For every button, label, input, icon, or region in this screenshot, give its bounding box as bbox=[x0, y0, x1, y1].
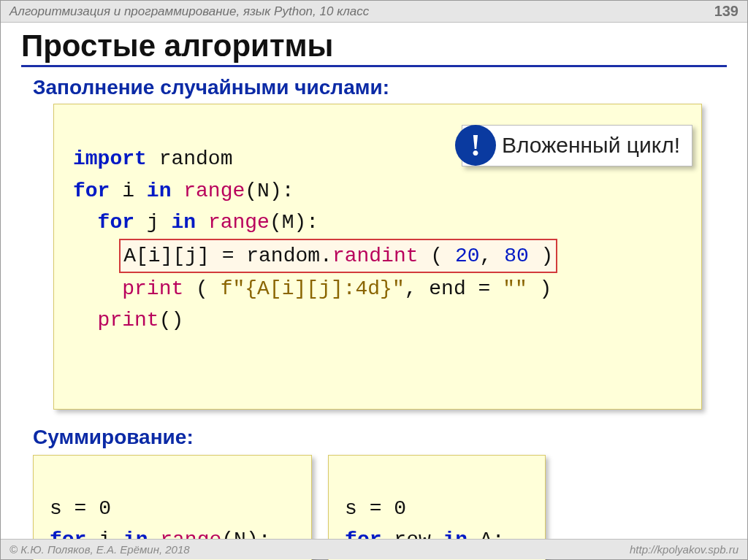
callout-nested-loop: ! Вложенный цикл! bbox=[462, 125, 692, 166]
callout-text: Вложенный цикл! bbox=[502, 129, 680, 163]
code-token: s = 0 bbox=[345, 497, 406, 520]
slide: Алгоритмизация и программирование, язык … bbox=[0, 0, 748, 560]
code-token: (M): bbox=[270, 211, 318, 234]
code-token: f"{A[i][j]:4d}" bbox=[221, 277, 405, 300]
code-token: s = 0 bbox=[50, 497, 111, 520]
content-area: Заполнение случайными числами: import ra… bbox=[1, 67, 747, 560]
code-token: for bbox=[98, 211, 134, 234]
code-token: 20 bbox=[455, 245, 480, 267]
course-title: Алгоритмизация и программирование, язык … bbox=[9, 4, 369, 19]
code-token: , end = bbox=[405, 277, 503, 300]
code-token: () bbox=[159, 309, 184, 331]
code-token: 80 bbox=[504, 245, 529, 267]
code-token: in bbox=[147, 180, 172, 202]
code-token: print bbox=[98, 309, 159, 331]
code-highlight: A[i][j] = random.randint ( 20, 80 ) bbox=[119, 239, 557, 273]
header-bar: Алгоритмизация и программирование, язык … bbox=[1, 1, 747, 23]
exclamation-icon: ! bbox=[455, 125, 496, 166]
code-token: randint bbox=[332, 245, 419, 267]
code-token: A[i][j] = random. bbox=[123, 245, 332, 267]
code-token: print bbox=[122, 277, 183, 300]
footer-bar: © К.Ю. Поляков, Е.А. Ерёмин, 2018 http:/… bbox=[1, 539, 747, 559]
code-token: range bbox=[183, 180, 245, 202]
code-block-fill: import random for i in range(N): for j i… bbox=[53, 104, 702, 410]
code-token: ( bbox=[183, 277, 220, 300]
code-token: in bbox=[171, 211, 196, 234]
code-token: random bbox=[147, 147, 233, 170]
code-token: import bbox=[73, 147, 147, 170]
code-token: range bbox=[208, 211, 270, 234]
code-token: ) bbox=[527, 277, 552, 300]
page-title: Простые алгоритмы bbox=[21, 28, 727, 67]
section-heading-fill: Заполнение случайными числами: bbox=[33, 76, 727, 99]
footer-url: http://kpolyakov.spb.ru bbox=[630, 543, 739, 556]
code-token: for bbox=[73, 180, 110, 202]
code-token: (N): bbox=[245, 180, 294, 202]
code-token: ) bbox=[529, 245, 554, 267]
section-heading-sum: Суммирование: bbox=[33, 426, 727, 449]
code-token: "" bbox=[503, 277, 527, 300]
code-token: , bbox=[480, 245, 505, 267]
code-token: j bbox=[134, 211, 171, 234]
page-number: 139 bbox=[714, 3, 739, 20]
code-token: i bbox=[110, 180, 146, 202]
code-token: ( bbox=[419, 245, 455, 267]
footer-copyright: © К.Ю. Поляков, Е.А. Ерёмин, 2018 bbox=[9, 543, 190, 556]
